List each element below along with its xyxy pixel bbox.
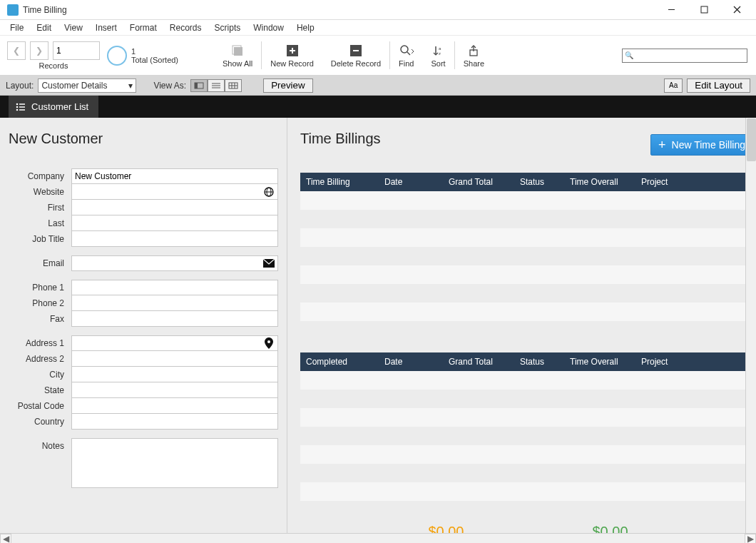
fax-input[interactable] <box>75 314 275 324</box>
phone1-input[interactable] <box>75 283 275 293</box>
new-record-button[interactable]: New Record <box>262 36 322 75</box>
city-field[interactable] <box>71 367 278 382</box>
layout-select[interactable]: Customer Details ▾ <box>38 78 136 93</box>
new-time-billing-button[interactable]: + New Time Billing <box>650 134 756 156</box>
find-button[interactable]: Find <box>390 36 422 75</box>
menubar: File Edit View Insert Format Records Scr… <box>0 20 756 36</box>
notes-field[interactable] <box>71 438 278 488</box>
minimize-button[interactable] <box>655 0 688 20</box>
fax-field[interactable] <box>71 311 278 327</box>
table-row[interactable] <box>300 464 756 482</box>
table-row[interactable] <box>300 408 756 427</box>
minus-box-icon <box>349 44 363 58</box>
state-input[interactable] <box>75 385 275 395</box>
scroll-left-button[interactable]: ◀ <box>0 534 11 544</box>
menu-scripts[interactable]: Scripts <box>209 21 247 34</box>
search-field[interactable]: 🔍 <box>622 49 747 63</box>
share-button[interactable]: Share <box>455 36 493 75</box>
horizontal-scrollbar[interactable]: ◀ ▶ <box>0 533 756 543</box>
view-list-button[interactable] <box>208 79 225 92</box>
address1-input[interactable] <box>75 338 262 348</box>
table-row[interactable] <box>300 427 756 445</box>
country-input[interactable] <box>75 417 275 427</box>
th-completed: Completed <box>300 357 379 367</box>
record-number-field[interactable] <box>53 41 100 60</box>
table-row[interactable] <box>300 247 756 265</box>
table-row[interactable] <box>300 228 756 247</box>
svg-rect-5 <box>234 47 242 56</box>
company-field[interactable] <box>71 168 278 184</box>
preview-button[interactable]: Preview <box>263 78 312 93</box>
country-field[interactable] <box>71 414 278 430</box>
menu-file[interactable]: File <box>4 21 29 34</box>
table-row[interactable] <box>300 210 756 228</box>
list-icon <box>16 103 26 111</box>
scroll-right-button[interactable]: ▶ <box>745 534 756 544</box>
address2-label: Address 2 <box>9 354 71 364</box>
maximize-button[interactable] <box>688 0 720 20</box>
first-field[interactable] <box>71 200 278 215</box>
email-input[interactable] <box>75 258 262 268</box>
next-record-button[interactable]: ❯ <box>30 41 48 60</box>
last-input[interactable] <box>75 218 275 228</box>
delete-record-button[interactable]: Delete Record <box>322 36 389 75</box>
view-form-button[interactable] <box>190 79 208 92</box>
table-row[interactable] <box>300 284 756 303</box>
customer-list-crumb[interactable]: Customer List <box>9 96 98 118</box>
search-input[interactable] <box>635 51 745 60</box>
menu-records[interactable]: Records <box>164 21 208 34</box>
menu-insert[interactable]: Insert <box>90 21 123 34</box>
envelope-icon[interactable] <box>262 259 275 268</box>
state-label: State <box>9 385 71 395</box>
website-input[interactable] <box>75 187 262 197</box>
email-field[interactable] <box>71 255 278 271</box>
table-row[interactable] <box>300 445 756 464</box>
phone2-field[interactable] <box>71 295 278 311</box>
close-button[interactable] <box>720 0 753 20</box>
th-project2: Project <box>635 357 700 367</box>
show-all-button[interactable]: Show All <box>214 36 261 75</box>
menu-format[interactable]: Format <box>124 21 163 34</box>
jobtitle-field[interactable] <box>71 231 278 247</box>
menu-edit[interactable]: Edit <box>31 21 57 34</box>
first-input[interactable] <box>75 203 275 213</box>
address2-input[interactable] <box>75 354 275 364</box>
completed-table: Completed Date Grand Total Status Time O… <box>300 352 756 519</box>
state-field[interactable] <box>71 382 278 398</box>
table-row[interactable] <box>300 303 756 321</box>
table-row[interactable] <box>300 371 756 390</box>
table-row[interactable] <box>300 501 756 519</box>
last-label: Last <box>9 218 71 228</box>
company-input[interactable] <box>75 171 275 181</box>
table-row[interactable] <box>300 191 756 210</box>
table-row[interactable] <box>300 390 756 408</box>
last-field[interactable] <box>71 215 278 231</box>
view-table-button[interactable] <box>225 79 242 92</box>
phone1-field[interactable] <box>71 280 278 295</box>
menu-window[interactable]: Window <box>247 21 290 34</box>
sort-button[interactable]: az Sort <box>423 36 454 75</box>
scroll-thumb[interactable] <box>747 118 756 161</box>
website-field[interactable] <box>71 184 278 200</box>
city-input[interactable] <box>75 370 275 380</box>
address1-field[interactable] <box>71 335 278 351</box>
postal-field[interactable] <box>71 398 278 414</box>
table-row[interactable] <box>300 265 756 284</box>
view-as-label: View As: <box>153 81 186 91</box>
table-row[interactable] <box>300 482 756 501</box>
menu-view[interactable]: View <box>58 21 88 34</box>
jobtitle-input[interactable] <box>75 234 275 244</box>
phone2-input[interactable] <box>75 298 275 308</box>
globe-icon[interactable] <box>262 187 275 197</box>
postal-input[interactable] <box>75 401 275 411</box>
text-format-button[interactable]: Aa <box>664 78 683 93</box>
city-label: City <box>9 370 71 380</box>
total-count: 1 <box>131 47 178 56</box>
menu-help[interactable]: Help <box>291 21 320 34</box>
map-pin-icon[interactable] <box>262 338 275 349</box>
record-number-input[interactable] <box>56 46 96 56</box>
prev-record-button[interactable]: ❮ <box>7 41 26 60</box>
vertical-scrollbar[interactable] <box>745 118 756 533</box>
edit-layout-button[interactable]: Edit Layout <box>687 78 750 93</box>
address2-field[interactable] <box>71 351 278 367</box>
